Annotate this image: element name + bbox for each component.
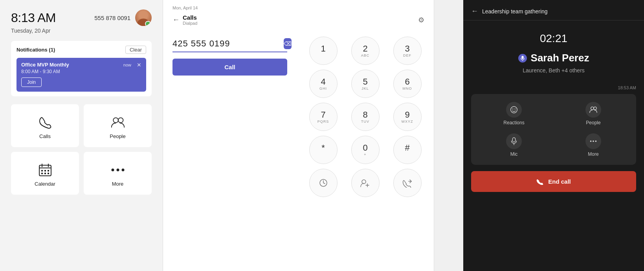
dialpad-subtitle: Dialpad [183,21,197,26]
reactions-label: Reactions [503,120,524,125]
people-call-label: People [586,120,600,125]
svg-point-0 [140,12,147,20]
people-control[interactable]: People [561,102,625,125]
svg-point-14 [111,169,114,171]
controls-grid: Reactions People [482,102,625,157]
people-call-icon [585,102,601,118]
phone-input-container: ⌫ [172,38,287,52]
avatar[interactable] [135,9,152,26]
key-9[interactable]: 9WXYZ [393,103,422,131]
more-control[interactable]: More [561,133,625,157]
app-tile-calendar[interactable]: Calendar [11,152,79,195]
home-phone-number: 555 878 0091 [94,15,130,21]
backspace-button[interactable]: ⌫ [284,38,292,49]
people-icon [111,115,125,129]
svg-point-15 [116,169,119,171]
more-label: More [112,181,124,187]
notifications-section: Notifications (1) Clear Office MVP Month… [11,41,152,96]
key-star[interactable]: * [309,136,338,164]
app-tile-calls[interactable]: Calls [11,104,79,147]
svg-rect-9 [44,170,46,171]
notification-card: Office MVP Monthly now ✕ 8:00 AM - 9:30 … [17,58,146,92]
app-grid: Calls People [11,104,152,195]
dialpad-panel: Mon, April 14 ← Calls Dialpad ⚙ ⌫ Call 1 [163,0,434,271]
notification-hours: 8:00 AM - 9:30 AM [21,69,141,74]
svg-rect-8 [41,170,43,171]
transfer-call-button[interactable] [393,169,422,197]
dialpad-back-button[interactable]: ← [172,16,180,24]
gear-icon[interactable]: ⚙ [418,16,424,24]
dialpad-left: ⌫ Call [163,30,297,271]
key-5[interactable]: 5JKL [351,70,380,98]
home-header-right: 555 878 0091 [94,9,152,26]
call-name-row: Sarah Perez [518,52,589,64]
key-2[interactable]: 2ABC [351,37,380,65]
key-0[interactable]: 0+ [351,136,380,164]
people-label: People [110,133,125,139]
call-body: 02:21 Sarah Perez Laurence, Beth +4 othe… [463,20,644,271]
home-date: Tuesday, 20 Apr [11,28,152,34]
svg-rect-29 [512,138,515,142]
app-tile-more[interactable]: More [84,152,152,195]
svg-point-25 [512,109,513,109]
dialpad-date: Mon, April 14 [172,6,424,10]
key-1[interactable]: 1 [309,37,338,65]
calls-label: Calls [39,133,51,139]
recent-calls-button[interactable] [309,169,338,197]
avatar-face [135,9,152,26]
dialpad-content: ⌫ Call 1 2ABC 3DEF 4GHI 5JKL 6MNO 7PQRS … [163,30,434,271]
add-contact-button[interactable] [351,169,380,197]
home-panel: 8:13 AM 555 878 0091 Tuesday, 20 Apr Not… [0,0,163,271]
more-dots-icon [111,163,125,177]
key-7[interactable]: 7PQRS [309,103,338,131]
dialpad-title: Calls [183,14,197,21]
end-call-button[interactable]: End call [471,171,636,192]
key-6[interactable]: 6MNO [393,70,422,98]
notification-row: Office MVP Monthly now ✕ [21,62,141,68]
call-timer: 02:21 [540,32,567,45]
key-hash[interactable]: # [393,136,422,164]
mic-control[interactable]: Mic [482,133,546,157]
join-button[interactable]: Join [21,77,42,87]
notification-title: Office MVP Monthly [21,62,69,68]
svg-rect-22 [521,55,523,59]
more-call-label: More [588,151,598,157]
call-header: ← Leadership team gathering [463,0,644,20]
svg-rect-13 [48,173,49,174]
svg-point-2 [113,118,118,123]
dialpad-nav: ← Calls Dialpad ⚙ [172,14,424,26]
call-meeting-title: Leadership team gathering [482,8,548,15]
call-timestamp: 18:53 AM [618,85,636,90]
svg-point-3 [118,118,123,123]
notification-close-icon[interactable]: ✕ [137,62,141,68]
call-person-name: Sarah Perez [531,52,589,64]
notifications-title: Notifications (1) [17,47,55,53]
calendar-icon [38,163,52,177]
svg-rect-12 [44,173,46,174]
gap-panel [434,0,463,271]
phone-input[interactable] [172,39,281,49]
call-controls-panel: Reactions People [471,94,636,165]
mic-call-icon [506,133,522,149]
calendar-label: Calendar [35,181,55,187]
dialpad-nav-left: ← Calls Dialpad [172,14,197,26]
calls-icon [38,115,52,129]
call-back-button[interactable]: ← [471,7,478,15]
svg-point-28 [594,107,596,110]
more-call-icon [585,133,601,149]
svg-point-31 [590,140,592,142]
svg-point-33 [595,140,597,142]
key-4[interactable]: 4GHI [309,70,338,98]
reactions-control[interactable]: Reactions [482,102,546,125]
app-tile-people[interactable]: People [84,104,152,147]
mic-indicator-icon [518,54,527,63]
svg-rect-11 [41,173,43,174]
clear-button[interactable]: Clear [125,46,146,54]
call-button[interactable]: Call [172,59,287,76]
svg-point-27 [591,107,594,110]
svg-point-24 [511,107,517,113]
key-8[interactable]: 8TUV [351,103,380,131]
key-3[interactable]: 3DEF [393,37,422,65]
svg-rect-10 [48,170,49,171]
notification-time: now [123,63,131,67]
